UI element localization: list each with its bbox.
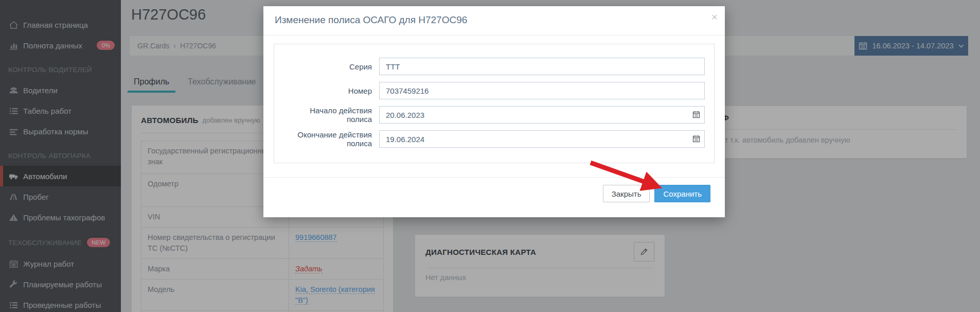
policy-start-date-input[interactable]: [379, 106, 705, 124]
field-label-start-date: Начало действия полиса: [283, 106, 372, 124]
modal-form: Серия Номер Начало действия полиса Оконч…: [274, 44, 715, 163]
osago-policy-modal: Изменение полиса ОСАГО для H727OC96 × Се…: [263, 6, 725, 217]
field-label-series: Серия: [283, 62, 372, 71]
modal-title: Изменение полиса ОСАГО для H727OC96: [275, 14, 714, 26]
close-icon[interactable]: ×: [711, 11, 718, 22]
save-button[interactable]: Сохранить: [654, 185, 710, 202]
series-input[interactable]: [379, 58, 705, 75]
field-label-end-date: Окончание действия полиса: [283, 130, 372, 148]
policy-end-date-input[interactable]: [379, 130, 705, 148]
app-root: Главная страница Полнота данных 0% КОНТР…: [0, 0, 980, 312]
close-button[interactable]: Закрыть: [603, 185, 650, 202]
policy-number-input[interactable]: [379, 82, 705, 99]
field-label-number: Номер: [283, 86, 372, 95]
